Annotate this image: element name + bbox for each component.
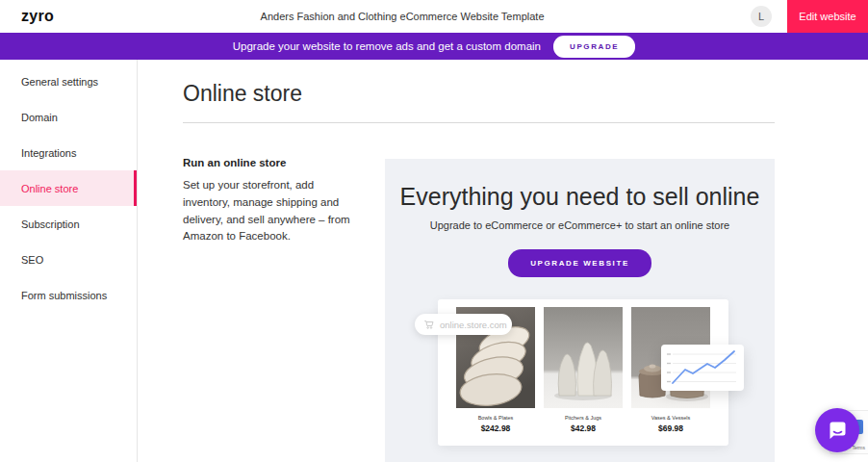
store-url-text: online.store.com [440, 320, 507, 330]
promo-heading: Everything you need to sell online [385, 183, 775, 211]
online-store-info-section: Run an online store Set up your storefro… [183, 157, 354, 245]
sidebar-item-general-settings[interactable]: General settings [0, 64, 137, 99]
ecommerce-promo-panel: Everything you need to sell online Upgra… [385, 159, 775, 462]
product-name: Pitchers & Jugs [544, 415, 623, 421]
store-url-pill: online.store.com [415, 314, 512, 335]
section-title: Run an online store [183, 157, 354, 168]
promo-subheading: Upgrade to eCommerce or eCommerce+ to st… [385, 219, 775, 231]
section-description: Set up your storefront, add inventory, m… [183, 177, 354, 245]
banner-message: Upgrade your website to remove ads and g… [233, 40, 541, 52]
product-name: Bowls & Plates [456, 415, 535, 421]
app-window: zyro Anders Fashion and Clothing eCommer… [0, 0, 868, 462]
sidebar-item-form-submissions[interactable]: Form submissions [0, 277, 137, 313]
sidebar-item-domain[interactable]: Domain [0, 99, 137, 135]
product-price: $242.98 [456, 424, 535, 433]
sidebar-item-online-store[interactable]: Online store [0, 170, 137, 206]
product-card: Pitchers & Jugs $42.98 [544, 307, 623, 446]
line-chart-sparkline [661, 345, 744, 391]
zyro-logo[interactable]: zyro [21, 8, 54, 25]
site-template-title: Anders Fashion and Clothing eCommerce We… [54, 11, 751, 22]
page-title: Online store [183, 81, 302, 107]
upgrade-website-button[interactable]: UPGRADE WEBSITE [508, 249, 651, 277]
analytics-card [661, 345, 744, 391]
product-price: $69.98 [631, 424, 710, 433]
chat-bubble-icon [825, 418, 850, 443]
user-avatar[interactable]: L [751, 6, 772, 27]
sidebar-item-subscription[interactable]: Subscription [0, 206, 137, 242]
shopping-cart-icon [423, 319, 435, 330]
sidebar-item-integrations[interactable]: Integrations [0, 135, 137, 170]
divider [183, 122, 775, 123]
edit-website-button[interactable]: Edit website [787, 0, 868, 33]
topbar: zyro Anders Fashion and Clothing eCommer… [0, 0, 868, 33]
main-content: Online store Run an online store Set up … [138, 60, 868, 462]
upgrade-banner: Upgrade your website to remove ads and g… [0, 33, 868, 60]
settings-sidebar: General settings Domain Integrations Onl… [0, 60, 138, 462]
product-price: $42.98 [544, 424, 623, 433]
product-name: Vases & Vessels [631, 415, 710, 421]
banner-upgrade-button[interactable]: UPGRADE [553, 36, 635, 58]
chat-launcher-button[interactable] [815, 408, 859, 452]
sidebar-item-seo[interactable]: SEO [0, 242, 137, 277]
product-image-pitchers [544, 307, 623, 408]
